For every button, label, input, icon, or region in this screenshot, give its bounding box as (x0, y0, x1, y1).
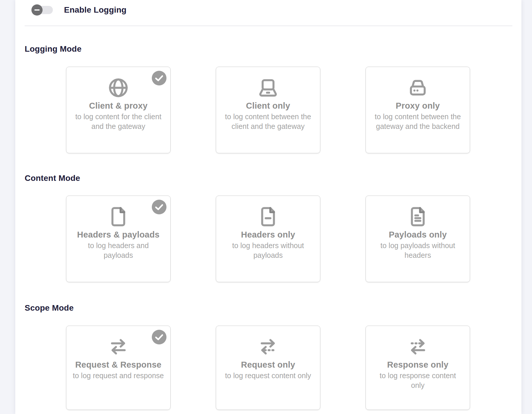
card-title: Payloads only (389, 230, 447, 240)
card-description: to log response content only (372, 371, 464, 390)
section-heading-logging-mode: Logging Mode (25, 44, 521, 54)
toggle-knob (31, 4, 43, 16)
card-title: Headers only (241, 230, 295, 240)
selected-check-icon (152, 200, 166, 214)
card-proxy-only[interactable]: Proxy only to log content between the ga… (366, 67, 470, 153)
enable-logging-toggle[interactable] (32, 6, 53, 14)
card-response-only[interactable]: Response only to log response content on… (366, 326, 470, 410)
card-description: to log headers without payloads (222, 241, 314, 260)
card-payloads-only[interactable]: Payloads only to log payloads without he… (366, 196, 470, 282)
enable-logging-row: Enable Logging (15, 0, 521, 16)
card-description: to log payloads without headers (372, 241, 464, 260)
card-description: to log content for the client and the ga… (73, 112, 164, 131)
card-description: to log content between the client and th… (222, 112, 314, 131)
arrow-right-dotted-left-icon (257, 336, 279, 358)
content-mode-cards: Headers & payloads to log headers and pa… (66, 196, 470, 282)
card-description: to log content between the gateway and t… (372, 112, 464, 131)
card-title: Response only (387, 360, 449, 370)
card-title: Client & proxy (89, 101, 147, 111)
card-title: Request & Response (75, 360, 161, 370)
card-client-and-proxy[interactable]: Client & proxy to log content for the cl… (66, 67, 171, 153)
card-request-and-response[interactable]: Request & Response to log request and re… (66, 326, 171, 410)
settings-panel: Enable Logging Logging Mode Client & pro… (15, 0, 521, 414)
card-description: to log headers and payloads (73, 241, 164, 260)
card-title: Request only (241, 360, 295, 370)
arrows-right-left-icon (107, 336, 129, 358)
enable-logging-label: Enable Logging (64, 5, 127, 15)
divider (25, 26, 512, 26)
file-icon (107, 206, 129, 228)
globe-icon (107, 77, 129, 99)
card-client-only[interactable]: Client only to log content between the c… (216, 67, 320, 153)
selected-check-icon (152, 330, 166, 344)
card-description: to log request and response (73, 371, 164, 381)
section-heading-content-mode: Content Mode (25, 173, 521, 184)
hard-drive-icon (407, 77, 429, 99)
card-headers-only[interactable]: Headers only to log headers without payl… (216, 196, 320, 282)
section-heading-scope-mode: Scope Mode (25, 303, 521, 313)
minus-icon (34, 9, 40, 11)
card-title: Proxy only (396, 101, 440, 111)
card-headers-and-payloads[interactable]: Headers & payloads to log headers and pa… (66, 196, 171, 282)
card-request-only[interactable]: Request only to log request content only (216, 326, 320, 410)
logging-mode-cards: Client & proxy to log content for the cl… (66, 67, 470, 153)
file-minus-icon (257, 206, 279, 228)
file-text-icon (407, 206, 429, 228)
scope-mode-cards: Request & Response to log request and re… (66, 326, 470, 410)
card-title: Client only (246, 101, 290, 111)
card-title: Headers & payloads (77, 230, 160, 240)
dotted-right-arrow-left-icon (407, 336, 429, 358)
laptop-icon (257, 77, 279, 99)
card-description: to log request content only (225, 371, 311, 381)
selected-check-icon (152, 71, 166, 85)
